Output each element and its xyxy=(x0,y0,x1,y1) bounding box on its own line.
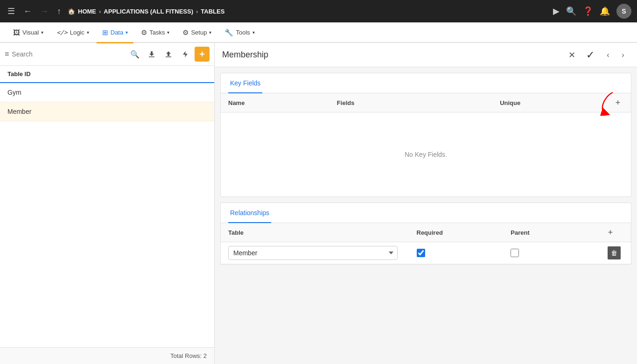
no-key-fields-message: No Key Fields. xyxy=(221,112,631,196)
setup-caret: ▾ xyxy=(209,30,211,35)
nav-logic-label: Logic xyxy=(70,29,84,36)
nav-arrows: ‹ › xyxy=(602,49,630,62)
tab-key-fields[interactable]: Key Fields xyxy=(228,74,262,93)
rel-col-required-header: Required xyxy=(417,229,511,236)
nav-logic[interactable]: </> Logic ▾ xyxy=(51,23,95,43)
rel-table-select-wrap: Member Gym xyxy=(228,246,417,260)
search-input[interactable] xyxy=(12,50,127,58)
breadcrumb-sep1: › xyxy=(99,8,101,15)
nav-data-label: Data xyxy=(111,29,123,36)
filter-icon[interactable]: ≡ xyxy=(5,50,9,58)
rel-delete-wrap[interactable]: 🗑 xyxy=(605,246,623,259)
panel-title: Membership xyxy=(222,50,268,60)
add-table-button[interactable]: + xyxy=(195,47,210,62)
breadcrumb-sep2: › xyxy=(196,8,198,15)
setup-icon: ⚙ xyxy=(182,28,189,37)
table-item-member[interactable]: Member xyxy=(0,102,214,121)
rel-parent-wrap xyxy=(511,249,605,257)
home-icon: 🏠 xyxy=(68,8,75,15)
add-relationship-button[interactable]: + xyxy=(605,227,616,238)
breadcrumb-home[interactable]: HOME xyxy=(78,8,96,15)
confirm-button[interactable]: ✓ xyxy=(583,48,598,63)
rel-required-wrap xyxy=(417,249,511,257)
play-icon[interactable]: ▶ xyxy=(553,6,560,16)
breadcrumb-app[interactable]: APPLICATIONS (ALL FITNESS) xyxy=(104,8,193,15)
total-rows-label: Total Rows: 2 xyxy=(170,352,207,359)
relationship-row: Member Gym 🗑 xyxy=(221,242,631,264)
nav-tools-label: Tools xyxy=(236,29,250,36)
nav-setup[interactable]: ⚙ Setup ▾ xyxy=(177,23,217,43)
nav-setup-label: Setup xyxy=(191,29,207,36)
breadcrumb-current[interactable]: TABLES xyxy=(201,8,224,15)
close-button[interactable]: ✕ xyxy=(564,48,579,63)
nav-tasks-label: Tasks xyxy=(149,29,165,36)
table-list: Table ID Gym Member xyxy=(0,66,214,347)
svg-rect-1 xyxy=(166,56,171,57)
rel-col-table-header: Table xyxy=(228,229,417,236)
avatar[interactable]: S xyxy=(616,4,631,19)
relationships-tabs: Relationships xyxy=(221,203,631,223)
rel-delete-button[interactable]: 🗑 xyxy=(608,246,621,259)
visual-caret: ▾ xyxy=(41,30,43,35)
table-footer: Total Rows: 2 xyxy=(0,347,214,364)
key-fields-tabs: Key Fields xyxy=(221,73,631,93)
help-icon[interactable]: ❓ xyxy=(583,6,593,16)
upload-icon[interactable] xyxy=(161,47,176,62)
rel-col-parent-header: Parent xyxy=(511,229,605,236)
col-fields-header: Fields xyxy=(337,99,500,106)
tools-icon: 🔧 xyxy=(224,28,233,37)
tab-relationships[interactable]: Relationships xyxy=(228,203,271,223)
relationships-section: Relationships Table Required Parent + xyxy=(220,203,631,265)
svg-rect-0 xyxy=(149,56,154,57)
nav-tasks[interactable]: ⚙ Tasks ▾ xyxy=(135,23,175,43)
forward-icon[interactable]: → xyxy=(38,5,50,18)
panel-header-actions: ✕ ✓ ‹ › xyxy=(564,48,630,63)
panel-header: Membership ✕ ✓ ‹ › xyxy=(215,43,637,67)
rel-required-checkbox[interactable] xyxy=(417,249,425,257)
next-arrow[interactable]: › xyxy=(616,49,630,62)
rel-parent-checkbox[interactable] xyxy=(511,249,519,257)
right-panel-wrapper: Membership ✕ ✓ ‹ › Key Fields xyxy=(215,43,637,364)
table-id-header: Table ID xyxy=(0,66,214,83)
rel-table-select[interactable]: Member Gym xyxy=(228,246,398,260)
key-fields-section: Key Fields Name Fields Unique + No Key F… xyxy=(220,73,631,197)
search-bar: ≡ 🔍 + xyxy=(0,43,214,66)
col-name-header: Name xyxy=(228,99,337,106)
tasks-caret: ▾ xyxy=(167,30,169,35)
notification-icon[interactable]: 🔔 xyxy=(600,6,610,16)
rel-add-btn-wrap[interactable]: + xyxy=(605,227,623,238)
nav-tools[interactable]: 🔧 Tools ▾ xyxy=(219,23,260,43)
nav-visual[interactable]: 🖼 Visual ▾ xyxy=(7,23,49,43)
secondary-navigation: 🖼 Visual ▾ </> Logic ▾ ⊞ Data ▾ ⚙ Tasks … xyxy=(0,22,637,43)
panel-content: Key Fields Name Fields Unique + No Key F… xyxy=(215,67,637,364)
lightning-icon[interactable] xyxy=(178,47,193,62)
left-panel: ≡ 🔍 + Table ID Gym Member xyxy=(0,43,215,364)
up-icon[interactable]: ↑ xyxy=(55,5,63,18)
prev-arrow[interactable]: ‹ xyxy=(602,49,615,62)
download-icon[interactable] xyxy=(144,47,159,62)
logic-caret: ▾ xyxy=(87,30,89,35)
relationships-header: Table Required Parent + xyxy=(221,223,631,242)
back-icon[interactable]: ← xyxy=(21,5,34,18)
tools-caret: ▾ xyxy=(252,30,255,35)
toolbar-icons: + xyxy=(144,47,210,62)
key-fields-header: Name Fields Unique + xyxy=(221,93,631,112)
right-panel: Membership ✕ ✓ ‹ › Key Fields xyxy=(215,43,637,364)
add-key-field-button[interactable]: + xyxy=(609,97,623,108)
data-caret: ▾ xyxy=(126,30,128,35)
search-topbar-icon[interactable]: 🔍 xyxy=(566,6,576,16)
col-unique-header: Unique xyxy=(500,99,609,106)
nav-data[interactable]: ⊞ Data ▾ xyxy=(97,23,133,43)
breadcrumb: 🏠 HOME › APPLICATIONS (ALL FITNESS) › TA… xyxy=(68,8,548,15)
search-icon[interactable]: 🔍 xyxy=(130,50,140,59)
data-icon: ⊞ xyxy=(102,28,108,37)
main-layout: ≡ 🔍 + Table ID Gym Member xyxy=(0,43,637,364)
add-key-btn[interactable]: + xyxy=(612,97,623,108)
tasks-icon: ⚙ xyxy=(141,28,147,37)
topbar-actions: ▶ 🔍 ❓ 🔔 S xyxy=(553,4,631,19)
table-item-gym[interactable]: Gym xyxy=(0,83,214,102)
nav-visual-label: Visual xyxy=(22,29,39,36)
top-navigation: ☰ ← → ↑ 🏠 HOME › APPLICATIONS (ALL FITNE… xyxy=(0,0,637,22)
visual-icon: 🖼 xyxy=(13,28,20,36)
menu-icon[interactable]: ☰ xyxy=(6,4,17,18)
